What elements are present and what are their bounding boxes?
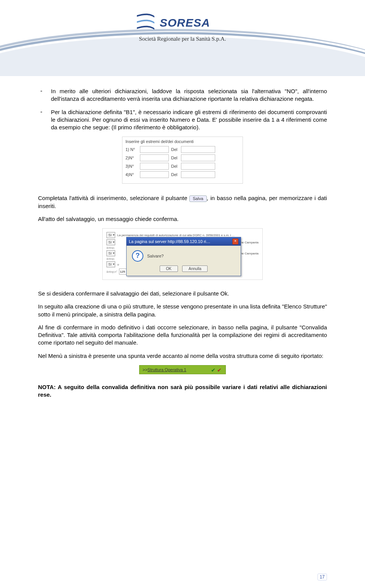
ok-button[interactable]: OK — [160, 265, 178, 272]
row-label: 2)N° — [125, 156, 140, 160]
dash-icon: - — [38, 87, 51, 103]
row-label: 3)N° — [125, 164, 140, 168]
text-run: Completata l'attività di inserimento, se… — [38, 195, 189, 201]
dash-icon: - — [38, 108, 51, 132]
cancel-button[interactable]: Annulla — [182, 265, 208, 272]
paragraph: In seguito alla creazione di una o più s… — [38, 303, 327, 318]
paragraph: Se si desidera confermare il salvataggio… — [38, 290, 327, 297]
confirm-dialog-figure: SI La permanenza dei requisiti di autori… — [102, 228, 263, 280]
form-row: 3)N° Del — [125, 163, 240, 170]
dialog-title: La pagina sul server http://88.59.120.10… — [129, 239, 210, 244]
page-header: SORESA Società Regionale per la Sanità S… — [0, 0, 365, 76]
number-input[interactable] — [140, 154, 169, 161]
menu-item-label: Struttura Operativa 1 — [148, 367, 209, 372]
dialog-message: Salvare? — [147, 254, 163, 258]
brand-tagline: Società Regionale per la Sanità S.p.A. — [133, 36, 232, 42]
bullet-item: - In merito alle ulteriori dichiarazioni… — [38, 87, 327, 103]
paragraph-note: NOTA: A seguito della convalida definiti… — [38, 383, 327, 399]
date-input[interactable] — [181, 154, 215, 161]
note-text: A seguito della convalida definitiva non… — [38, 384, 327, 398]
del-label: Del — [171, 156, 181, 160]
form-row: 1) N° Del — [125, 146, 240, 153]
sidebar-item-structure[interactable]: >>Struttura Operativa 1 ✔ ✔ — [139, 365, 226, 374]
paragraph: Completata l'attività di inserimento, se… — [38, 194, 327, 210]
number-input[interactable] — [140, 146, 169, 153]
select-dropdown[interactable]: SI — [106, 232, 115, 238]
question-icon: ? — [132, 250, 143, 262]
paragraph: Nel Menù a sinistra è presente una spunt… — [38, 352, 327, 360]
note-label: NOTA: — [38, 384, 56, 390]
select-dropdown[interactable]: SI — [106, 239, 115, 245]
bullet-text: Per la dichiarazione definita "B1", è ne… — [51, 108, 327, 132]
row-label: 4)N° — [125, 172, 140, 177]
row-label: 1) N° — [125, 147, 140, 152]
brand-logo: SORESA — [133, 11, 232, 33]
paragraph: All'atto del salvataggio, un messaggio c… — [38, 215, 327, 223]
bullet-text: In merito alle ulteriori dichiarazioni, … — [51, 87, 327, 103]
page-number: 17 — [317, 574, 327, 580]
date-input[interactable] — [181, 171, 215, 178]
brand-text: SORESA — [160, 16, 210, 29]
bg-text: La permanenza dei requisiti di autorizza… — [117, 234, 259, 237]
del-label: Del — [171, 164, 181, 168]
select-dropdown[interactable]: SI — [106, 261, 115, 267]
del-label: Del — [171, 147, 181, 152]
menu-prefix: >> — [143, 367, 148, 372]
salva-button[interactable]: Salva — [189, 195, 207, 202]
close-icon[interactable]: × — [232, 238, 238, 245]
number-input[interactable] — [140, 171, 169, 178]
document-extremes-form: Inserire gli estremi del/dei documenti 1… — [122, 137, 243, 184]
select-dropdown[interactable]: SI — [106, 250, 115, 256]
check-green-icon: ✔ — [211, 367, 216, 372]
form-caption: Inserire gli estremi del/dei documenti — [125, 139, 240, 144]
confirm-dialog: La pagina sul server http://88.59.120.10… — [126, 237, 241, 276]
date-input[interactable] — [181, 163, 215, 170]
check-red-icon: ✔ — [217, 367, 222, 372]
paragraph: Al fine di confermare in modo definitivo… — [38, 324, 327, 347]
del-label: Del — [171, 172, 181, 177]
bullet-item: - Per la dichiarazione definita "B1", è … — [38, 108, 327, 132]
form-row: 4)N° Del — [125, 171, 240, 178]
form-row: 2)N° Del — [125, 154, 240, 161]
date-input[interactable] — [181, 146, 215, 153]
number-input[interactable] — [140, 163, 169, 170]
